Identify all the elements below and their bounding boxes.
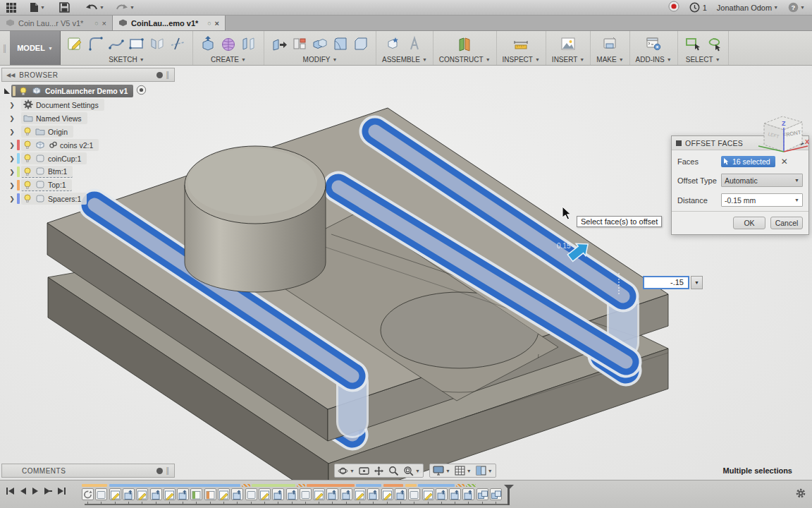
spline-icon[interactable] bbox=[107, 35, 125, 53]
comments-header[interactable]: COMMENTS ║ bbox=[1, 464, 175, 478]
timeline-feature-extrude[interactable] bbox=[231, 488, 243, 500]
tab-close-icon[interactable]: × bbox=[102, 19, 106, 28]
timeline-feature-box[interactable] bbox=[245, 488, 257, 500]
browser-collapse-icon[interactable]: ◀◀ bbox=[6, 72, 15, 78]
orbit-caret[interactable]: ▼ bbox=[350, 468, 355, 473]
browser-item-spacers-1[interactable]: ❯Spacers:1 bbox=[1, 192, 175, 205]
timeline-feature-box[interactable] bbox=[300, 488, 312, 500]
timeline-feature-extrude[interactable] bbox=[272, 488, 284, 500]
file-menu-button[interactable]: ▼ bbox=[30, 2, 45, 13]
viewports-caret[interactable]: ▼ bbox=[488, 468, 493, 473]
timeline-feature-sketch[interactable] bbox=[218, 488, 230, 500]
zoom-window-caret[interactable]: ▼ bbox=[415, 468, 420, 473]
select-window-icon[interactable] bbox=[684, 35, 702, 53]
expand-chevron-icon[interactable]: ❯ bbox=[7, 115, 17, 122]
undo-caret[interactable]: ▼ bbox=[99, 5, 104, 10]
orbit-button[interactable]: ▼ bbox=[338, 466, 355, 476]
app-grid-icon[interactable] bbox=[6, 2, 17, 13]
fillet2d-icon[interactable] bbox=[87, 35, 105, 53]
fillet3d-icon[interactable] bbox=[331, 35, 350, 53]
bulb-icon[interactable] bbox=[23, 140, 32, 150]
ribbon-group-label[interactable]: ASSEMBLE▼ bbox=[382, 55, 427, 64]
bulb-icon[interactable] bbox=[23, 153, 32, 164]
timeline-feature-extrude[interactable] bbox=[326, 488, 338, 500]
notifications-clock-button[interactable]: 1 bbox=[689, 2, 707, 13]
help-menu-button[interactable]: ? ▼ bbox=[788, 2, 805, 13]
save-button[interactable] bbox=[59, 2, 70, 13]
rect2d-icon[interactable] bbox=[128, 35, 146, 53]
expand-triangle-icon[interactable] bbox=[4, 88, 10, 94]
timeline-feature-combine[interactable] bbox=[490, 488, 502, 500]
sketch-create-icon[interactable] bbox=[66, 35, 85, 53]
timeline-go-to-end-button[interactable] bbox=[57, 487, 66, 495]
tab-close-icon[interactable]: × bbox=[215, 19, 219, 28]
browser-item-named-views[interactable]: ❯Named Views bbox=[1, 111, 175, 125]
look-at-button[interactable] bbox=[359, 466, 369, 476]
timeline-feature-extrude[interactable] bbox=[123, 488, 135, 500]
bulb-icon[interactable] bbox=[23, 193, 32, 204]
grid-snap-caret[interactable]: ▼ bbox=[467, 468, 472, 473]
trim2d-icon[interactable] bbox=[168, 35, 187, 53]
bulb-icon[interactable] bbox=[23, 167, 32, 177]
timeline-feature-combine[interactable] bbox=[476, 488, 488, 500]
timeline-feature-sketch[interactable] bbox=[422, 488, 434, 500]
timeline-feature-extrude[interactable] bbox=[177, 488, 189, 500]
measure-icon[interactable] bbox=[512, 35, 530, 53]
ribbon-grip[interactable]: ║ bbox=[0, 31, 10, 65]
ribbon-group-label[interactable]: SELECT▼ bbox=[686, 55, 720, 64]
timeline-feature-extrude[interactable] bbox=[436, 488, 448, 500]
expand-chevron-icon[interactable]: ❯ bbox=[7, 195, 17, 202]
timeline-feature-sketch[interactable] bbox=[136, 488, 148, 500]
display-settings-caret[interactable]: ▼ bbox=[445, 468, 450, 473]
new-component-icon[interactable] bbox=[385, 35, 403, 53]
browser-item-coincup-1[interactable]: ❯coinCup:1 bbox=[1, 152, 175, 165]
document-tab-1[interactable]: CoinLau...emo v1*○× bbox=[113, 16, 226, 30]
browser-header[interactable]: ◀◀ BROWSER ║ bbox=[1, 68, 175, 82]
expand-chevron-icon[interactable]: ❯ bbox=[7, 142, 17, 149]
ribbon-group-label[interactable]: MODIFY▼ bbox=[303, 55, 338, 64]
browser-item-coins-v2-1[interactable]: ❯coins v2:1 bbox=[1, 138, 175, 152]
grid-snap-button[interactable]: ▼ bbox=[455, 466, 472, 476]
scripts-addins-icon[interactable] bbox=[644, 35, 663, 53]
root-visibility-icon[interactable] bbox=[136, 85, 147, 98]
viewport[interactable]: 0.15 ◀◀ BROWSER ║ CoinLauncher Demo v1❯D… bbox=[0, 66, 812, 480]
timeline-feature-extrude[interactable] bbox=[449, 488, 461, 500]
redo-caret[interactable]: ▼ bbox=[130, 5, 135, 10]
timeline-play-button[interactable] bbox=[32, 487, 39, 495]
timeline-feature-extrude[interactable] bbox=[367, 488, 379, 500]
redo-button[interactable]: ▼ bbox=[116, 4, 135, 12]
timeline-feature-extrude[interactable] bbox=[150, 488, 162, 500]
user-menu-button[interactable]: Jonathan Odom ▼ bbox=[717, 4, 778, 12]
timeline-feature-extrude[interactable] bbox=[286, 488, 298, 500]
ribbon-group-label[interactable]: CREATE▼ bbox=[211, 55, 246, 64]
zoom-window-button[interactable]: ▼ bbox=[403, 466, 420, 476]
browser-grip-icon[interactable]: ║ bbox=[166, 71, 170, 78]
timeline-feature-sketch[interactable] bbox=[381, 488, 393, 500]
document-tab-0[interactable]: Coin Lau...r V5 v1*○× bbox=[0, 16, 113, 30]
browser-root-item[interactable]: CoinLauncher Demo v1 bbox=[4, 84, 175, 98]
browser-item-origin[interactable]: ❯Origin bbox=[1, 125, 175, 138]
timeline-feature-sketch[interactable] bbox=[164, 488, 176, 500]
timeline-feature-box[interactable] bbox=[408, 488, 420, 500]
insert-image-icon[interactable] bbox=[559, 35, 577, 53]
zoom-button[interactable] bbox=[388, 466, 399, 476]
faces-selected-chip[interactable]: 16 selected bbox=[721, 156, 775, 167]
undo-button[interactable]: ▼ bbox=[85, 4, 104, 12]
record-button[interactable] bbox=[668, 1, 679, 15]
comments-options-icon[interactable] bbox=[156, 468, 163, 474]
offset-type-dropdown[interactable]: Automatic ▼ bbox=[721, 174, 803, 187]
cancel-button[interactable]: Cancel bbox=[770, 217, 803, 229]
ribbon-group-label[interactable]: CONSTRUCT▼ bbox=[439, 55, 491, 64]
browser-item-document-settings[interactable]: ❯Document Settings bbox=[1, 98, 175, 111]
expand-chevron-icon[interactable]: ❯ bbox=[7, 128, 17, 135]
viewports-button[interactable]: ▼ bbox=[476, 466, 493, 476]
combine-icon[interactable] bbox=[311, 35, 329, 53]
mirror2d-icon[interactable] bbox=[148, 35, 166, 53]
ribbon-group-label[interactable]: MAKE▼ bbox=[596, 55, 623, 64]
ribbon-group-label[interactable]: ADD-INS▼ bbox=[636, 55, 672, 64]
comments-grip-icon[interactable]: ║ bbox=[166, 467, 170, 474]
pattern-icon[interactable] bbox=[240, 35, 258, 53]
presspull-icon[interactable] bbox=[270, 35, 288, 53]
select-lasso-icon[interactable] bbox=[704, 35, 722, 53]
timeline-playhead[interactable] bbox=[508, 485, 510, 505]
